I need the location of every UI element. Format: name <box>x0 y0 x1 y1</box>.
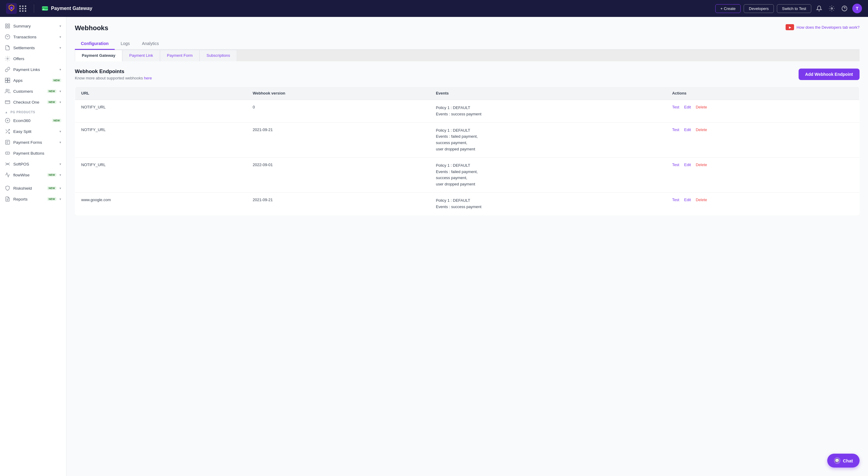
sidebar-item-customers[interactable]: Customers New ▾ <box>0 86 66 97</box>
table-row: NOTIFY_URL 2021-09-21 Policy 1 : DEFAULT… <box>75 122 860 157</box>
help-button[interactable] <box>840 4 849 13</box>
sidebar-label-offers: Offers <box>13 57 61 61</box>
reports-icon <box>5 196 10 202</box>
settings-button[interactable] <box>827 4 837 13</box>
yt-link-text: How does the Developers tab work? <box>797 25 860 30</box>
tab-analytics[interactable]: Analytics <box>136 38 165 50</box>
sidebar-item-flowwise[interactable]: flowWise New ▾ <box>0 170 66 180</box>
secondary-tabs-wrapper: Payment Gateway Payment Link Payment For… <box>75 50 860 61</box>
webhook-here-link[interactable]: here <box>144 76 152 80</box>
tab-logs[interactable]: Logs <box>115 38 136 50</box>
sidebar-item-softpos[interactable]: SoftPOS ▾ <box>0 158 66 170</box>
create-button[interactable]: + Create <box>715 4 741 13</box>
sidebar-item-riskshield[interactable]: Riskshield New ▾ <box>0 183 66 194</box>
col-url: URL <box>75 87 247 100</box>
sidebar-label-riskshield: Riskshield <box>13 186 44 190</box>
topnav: Payment Gateway + Create Developers Swit… <box>0 0 868 17</box>
add-webhook-button[interactable]: Add Webhook Endpoint <box>799 68 860 80</box>
table-row: www.google.com 2021-09-21 Policy 1 : DEF… <box>75 192 860 215</box>
svg-rect-13 <box>5 78 7 80</box>
sidebar-item-settlements[interactable]: Settlements ▾ <box>0 42 66 53</box>
cell-events-2: Policy 1 : DEFAULT Events : failed payme… <box>430 157 666 192</box>
sidebar-item-offers[interactable]: Offers <box>0 53 66 64</box>
sidebar-item-payment-forms[interactable]: Payment Forms ▾ <box>0 137 66 148</box>
cell-events-1: Policy 1 : DEFAULT Events : failed payme… <box>430 122 666 157</box>
chevron-flowwise: ▾ <box>59 173 61 177</box>
flowwise-icon <box>5 172 10 178</box>
cell-url-0: NOTIFY_URL <box>75 100 247 123</box>
table-header-row: URL Webhook version Events Actions <box>75 87 860 100</box>
ecom360-icon <box>5 118 10 123</box>
action-edit-0[interactable]: Edit <box>684 105 691 109</box>
cell-url-1: NOTIFY_URL <box>75 122 247 157</box>
chevron-customers: ▾ <box>59 89 61 93</box>
yt-help-link[interactable]: How does the Developers tab work? <box>785 24 860 30</box>
main-content: Webhooks How does the Developers tab wor… <box>66 17 868 476</box>
chevron-checkout-one: ▾ <box>59 100 61 104</box>
action-edit-3[interactable]: Edit <box>684 198 691 202</box>
checkout-one-icon <box>5 99 10 105</box>
sidebar-item-checkout-one[interactable]: Checkout One New ▾ <box>0 97 66 108</box>
action-delete-2[interactable]: Delete <box>696 162 707 167</box>
tab-payment-form[interactable]: Payment Form <box>160 50 199 61</box>
webhook-table: URL Webhook version Events Actions NOTIF… <box>75 86 860 215</box>
svg-point-17 <box>6 89 8 91</box>
sidebar-item-transactions[interactable]: Transactions ▾ <box>0 31 66 42</box>
chat-button[interactable]: 💬 Chat <box>827 454 860 468</box>
customers-icon <box>5 89 10 94</box>
ecom360-badge: New <box>52 119 61 122</box>
chevron-reports: ▾ <box>59 197 61 201</box>
cell-actions-3: Test Edit Delete <box>666 192 860 215</box>
pg-products-chevron: ▲ <box>5 111 8 114</box>
sidebar-label-payment-links: Payment Links <box>13 67 56 72</box>
svg-rect-7 <box>5 24 7 25</box>
action-edit-2[interactable]: Edit <box>684 162 691 167</box>
sidebar-label-softpos: SoftPOS <box>13 162 56 167</box>
switch-to-test-button[interactable]: Switch to Test <box>777 4 811 13</box>
brand-name: Payment Gateway <box>51 6 92 11</box>
sidebar-item-payment-buttons[interactable]: Payment Buttons <box>0 148 66 158</box>
user-avatar-button[interactable]: T <box>852 4 862 13</box>
sidebar-item-summary[interactable]: Summary ▾ <box>0 21 66 31</box>
sidebar-label-summary: Summary <box>13 24 56 28</box>
sidebar-item-payment-links[interactable]: Payment Links ▾ <box>0 64 66 75</box>
webhook-title: Webhook Endpoints <box>75 68 152 75</box>
primary-tabs: Configuration Logs Analytics <box>75 38 860 50</box>
action-delete-1[interactable]: Delete <box>696 127 707 132</box>
svg-rect-9 <box>5 27 7 28</box>
topnav-actions: + Create Developers Switch to Test T <box>715 4 862 13</box>
sidebar-item-ecom360[interactable]: Ecom360 New <box>0 115 66 126</box>
developers-button[interactable]: Developers <box>744 4 774 13</box>
sidebar-item-apps[interactable]: Apps New <box>0 75 66 86</box>
action-test-1[interactable]: Test <box>672 127 679 132</box>
action-test-3[interactable]: Test <box>672 198 679 202</box>
notifications-button[interactable] <box>814 4 824 13</box>
settlements-icon <box>5 45 10 51</box>
sidebar-label-settlements: Settlements <box>13 46 56 50</box>
sidebar-item-easy-split[interactable]: Easy Split ▾ <box>0 126 66 137</box>
cell-events-3: Policy 1 : DEFAULT Events : success paym… <box>430 192 666 215</box>
cell-version-2: 2022-09-01 <box>247 157 430 192</box>
sidebar-item-reports[interactable]: Reports New ▾ <box>0 194 66 205</box>
tab-configuration[interactable]: Configuration <box>75 38 115 50</box>
action-test-2[interactable]: Test <box>672 162 679 167</box>
svg-rect-10 <box>8 27 10 28</box>
webhook-info: Webhook Endpoints Know more about suppor… <box>75 68 152 80</box>
cell-actions-1: Test Edit Delete <box>666 122 860 157</box>
tab-payment-link[interactable]: Payment Link <box>122 50 160 61</box>
tab-subscriptions[interactable]: Subscriptions <box>199 50 237 61</box>
cell-actions-0: Test Edit Delete <box>666 100 860 123</box>
youtube-icon <box>785 24 794 30</box>
action-test-0[interactable]: Test <box>672 105 679 109</box>
sidebar-label-ecom360: Ecom360 <box>13 118 49 123</box>
action-delete-0[interactable]: Delete <box>696 105 707 109</box>
action-delete-3[interactable]: Delete <box>696 198 707 202</box>
softpos-icon <box>5 161 10 167</box>
tab-payment-gateway[interactable]: Payment Gateway <box>75 50 122 61</box>
action-edit-1[interactable]: Edit <box>684 127 691 132</box>
grid-dots-icon[interactable] <box>19 5 27 12</box>
col-version: Webhook version <box>247 87 430 100</box>
svg-rect-2 <box>42 7 48 9</box>
sidebar-label-transactions: Transactions <box>13 35 56 39</box>
riskshield-badge: New <box>47 186 56 190</box>
